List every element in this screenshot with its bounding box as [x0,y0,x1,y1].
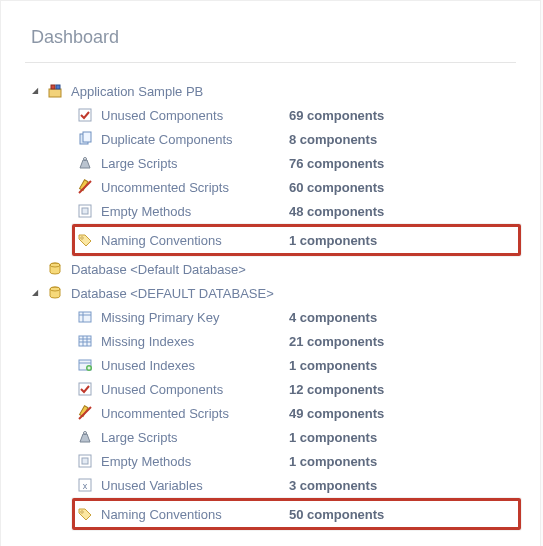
group-label: Application Sample PB [69,84,203,99]
item-value: 4 components [289,310,377,325]
item-label: Uncommented Scripts [101,406,281,421]
large-scripts-icon [77,155,93,171]
empty-methods-icon [77,203,93,219]
tree-item[interactable]: Empty Methods48 components [77,199,516,223]
item-label: Unused Components [101,108,281,123]
tree-group-header[interactable]: ▶Database <Default Database> [29,257,516,281]
missing-indexes-icon [77,333,93,349]
item-value: 1 components [289,358,377,373]
duplicate-components-icon [77,131,93,147]
tag-icon [77,232,93,248]
tag-icon [77,506,93,522]
tree-item[interactable]: Naming Conventions50 components [72,498,521,530]
item-label: Empty Methods [101,204,281,219]
tree-item[interactable]: Unused Components12 components [77,377,516,401]
item-label: Large Scripts [101,430,281,445]
item-value: 48 components [289,204,384,219]
large-scripts-icon [77,429,93,445]
db-icon [47,285,63,301]
db-icon [47,261,63,277]
item-value: 76 components [289,156,384,171]
item-value: 60 components [289,180,384,195]
item-value: 21 components [289,334,384,349]
item-label: Empty Methods [101,454,281,469]
item-value: 3 components [289,478,377,493]
item-label: Naming Conventions [101,507,281,522]
tree-item[interactable]: Unused Variables3 components [77,473,516,497]
item-value: 50 components [289,507,384,522]
tree-item[interactable]: Naming Conventions1 components [72,224,521,256]
item-value: 1 components [289,430,377,445]
item-label: Naming Conventions [101,233,281,248]
tree-item[interactable]: Unused Indexes1 components [77,353,516,377]
unused-components-icon [77,107,93,123]
uncommented-scripts-icon [77,179,93,195]
tree-group-header[interactable]: ◢Application Sample PB [29,79,516,103]
unused-indexes-icon [77,357,93,373]
empty-methods-icon [77,453,93,469]
item-value: 8 components [289,132,377,147]
primary-key-icon [77,309,93,325]
tree-group-header[interactable]: ◢Database <DEFAULT DATABASE> [29,281,516,305]
group-label: Database <Default Database> [69,262,246,277]
app-icon [47,83,63,99]
group-children: Unused Components69 componentsDuplicate … [77,103,516,256]
item-value: 49 components [289,406,384,421]
item-label: Duplicate Components [101,132,281,147]
tree-item[interactable]: Empty Methods1 components [77,449,516,473]
unused-components-icon [77,381,93,397]
item-value: 1 components [289,233,377,248]
item-value: 12 components [289,382,384,397]
separator [25,62,516,63]
chevron-down-icon[interactable]: ◢ [29,84,41,96]
item-label: Unused Indexes [101,358,281,373]
tree-item[interactable]: Unused Components69 components [77,103,516,127]
item-label: Missing Primary Key [101,310,281,325]
item-label: Unused Variables [101,478,281,493]
tree-item[interactable]: Missing Primary Key4 components [77,305,516,329]
item-value: 1 components [289,454,377,469]
dashboard-tree: ◢Application Sample PBUnused Components6… [29,79,516,530]
chevron-down-icon[interactable]: ◢ [29,286,41,298]
uncommented-scripts-icon [77,405,93,421]
tree-item[interactable]: Uncommented Scripts49 components [77,401,516,425]
item-label: Missing Indexes [101,334,281,349]
tree-item[interactable]: Large Scripts76 components [77,151,516,175]
item-label: Uncommented Scripts [101,180,281,195]
tree-item[interactable]: Duplicate Components8 components [77,127,516,151]
unused-variables-icon [77,477,93,493]
group-children: Missing Primary Key4 componentsMissing I… [77,305,516,530]
dashboard-panel: Dashboard ◢Application Sample PBUnused C… [0,0,541,546]
item-label: Large Scripts [101,156,281,171]
tree-item[interactable]: Missing Indexes21 components [77,329,516,353]
item-value: 69 components [289,108,384,123]
tree-item[interactable]: Uncommented Scripts60 components [77,175,516,199]
page-title: Dashboard [31,27,516,48]
item-label: Unused Components [101,382,281,397]
group-label: Database <DEFAULT DATABASE> [69,286,274,301]
tree-item[interactable]: Large Scripts1 components [77,425,516,449]
